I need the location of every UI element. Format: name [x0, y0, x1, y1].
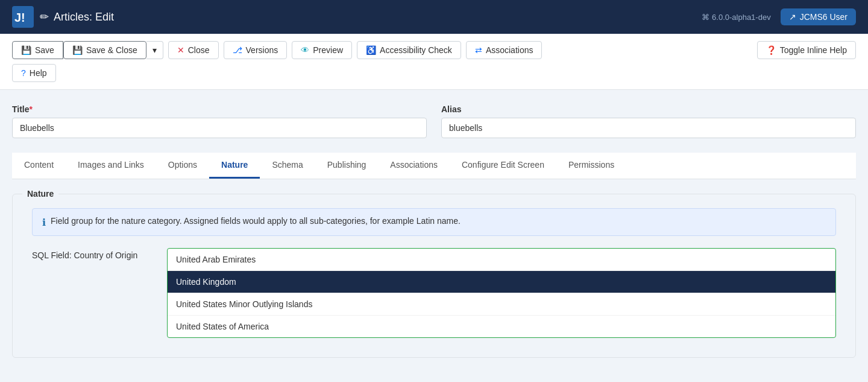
associations-label: Associations	[486, 45, 533, 55]
toggle-inline-help-label: Toggle Inline Help	[780, 45, 847, 55]
sql-field-label: SQL Field: Country of Origin	[32, 248, 153, 260]
toolbar: 💾 Save 💾 Save & Close ▾ ✕ Close ⎇ Versio…	[0, 34, 868, 90]
select-option-uae[interactable]: United Arab Emirates	[168, 249, 835, 271]
tab-associations[interactable]: Associations	[378, 153, 450, 179]
save-button[interactable]: 💾 Save	[12, 41, 63, 59]
info-box: ℹ Field group for the nature category. A…	[32, 208, 836, 236]
save-close-button[interactable]: 💾 Save & Close	[63, 41, 146, 59]
tabs-list: ContentImages and LinksOptionsNatureSche…	[12, 153, 856, 179]
nature-fieldset: Nature ℹ Field group for the nature cate…	[12, 189, 856, 358]
title-group: Title*	[12, 104, 427, 138]
save-dropdown-button[interactable]: ▾	[146, 41, 163, 59]
preview-label: Preview	[313, 45, 343, 55]
alias-group: Alias	[441, 104, 856, 138]
help-circle-icon: ❓	[766, 45, 776, 55]
top-header: J! ✏ Articles: Edit ⌘ 6.0.0-alpha1-dev ↗…	[0, 0, 868, 34]
close-icon: ✕	[177, 45, 184, 55]
user-label: JCMS6 User	[800, 12, 848, 22]
tab-images-links[interactable]: Images and Links	[66, 153, 156, 179]
logo-area: J! ✏ Articles: Edit	[12, 6, 114, 28]
save-close-icon: 💾	[72, 45, 83, 55]
edit-icon: ✏	[40, 10, 49, 24]
tab-configure-edit-screen[interactable]: Configure Edit Screen	[450, 153, 556, 179]
tab-nature[interactable]: Nature	[209, 153, 260, 179]
nature-section-body: ℹ Field group for the nature category. A…	[22, 199, 846, 348]
tab-content[interactable]: Content	[12, 153, 66, 179]
help-label: Help	[30, 68, 47, 78]
help-button[interactable]: ? Help	[12, 64, 56, 82]
tab-options[interactable]: Options	[156, 153, 209, 179]
save-close-label: Save & Close	[86, 45, 137, 55]
user-menu-button[interactable]: ↗ JCMS6 User	[781, 8, 856, 25]
versions-icon: ⎇	[233, 45, 242, 55]
country-select[interactable]: United Arab EmiratesUnited KingdomUnited…	[167, 248, 836, 338]
version-text: ⌘ 6.0.0-alpha1-dev	[702, 13, 770, 22]
versions-button[interactable]: ⎇ Versions	[224, 41, 288, 59]
title-input[interactable]	[12, 118, 427, 138]
select-option-usmi[interactable]: United States Minor Outlying Islands	[168, 293, 835, 316]
title-label: Title*	[12, 104, 427, 114]
associations-icon: ⇄	[475, 45, 482, 55]
accessibility-check-button[interactable]: ♿ Accessibility Check	[357, 41, 461, 59]
save-label: Save	[35, 45, 54, 55]
sql-field-row: SQL Field: Country of Origin United Arab…	[32, 248, 836, 338]
app-name: ✏ Articles: Edit	[40, 10, 114, 24]
versions-label: Versions	[246, 45, 278, 55]
info-message: Field group for the nature category. Ass…	[51, 216, 461, 226]
associations-button[interactable]: ⇄ Associations	[466, 41, 542, 59]
joomla-logo-icon: J!	[12, 6, 34, 28]
content-area: Title* Alias ContentImages and LinksOpti…	[0, 90, 868, 372]
dropdown-arrow-icon: ▾	[153, 45, 157, 55]
toolbar-second-row: ? Help	[12, 64, 856, 82]
preview-icon: 👁	[301, 45, 309, 55]
tab-schema[interactable]: Schema	[260, 153, 315, 179]
tabs-container: ContentImages and LinksOptionsNatureSche…	[12, 153, 856, 179]
user-icon: ↗	[789, 12, 796, 22]
info-icon: ℹ	[42, 217, 46, 228]
tab-publishing[interactable]: Publishing	[315, 153, 379, 179]
alias-input[interactable]	[441, 118, 856, 138]
page-title-text: Articles: Edit	[54, 11, 114, 24]
alias-label: Alias	[441, 104, 856, 114]
accessibility-icon: ♿	[366, 45, 376, 55]
accessibility-check-label: Accessibility Check	[380, 45, 452, 55]
preview-button[interactable]: 👁 Preview	[292, 41, 352, 59]
header-right: ⌘ 6.0.0-alpha1-dev ↗ JCMS6 User	[702, 8, 856, 25]
close-button[interactable]: ✕ Close	[168, 41, 219, 59]
save-button-group: 💾 Save 💾 Save & Close ▾	[12, 41, 163, 59]
select-option-usa[interactable]: United States of America	[168, 316, 835, 337]
tab-permissions[interactable]: Permissions	[556, 153, 626, 179]
save-icon: 💾	[21, 45, 31, 55]
nature-legend: Nature	[22, 189, 58, 199]
question-icon: ?	[21, 68, 26, 78]
title-alias-row: Title* Alias	[12, 104, 856, 138]
toggle-inline-help-button[interactable]: ❓ Toggle Inline Help	[757, 41, 856, 59]
svg-text:J!: J!	[14, 11, 25, 24]
select-option-uk[interactable]: United Kingdom	[168, 271, 835, 293]
close-label: Close	[188, 45, 210, 55]
